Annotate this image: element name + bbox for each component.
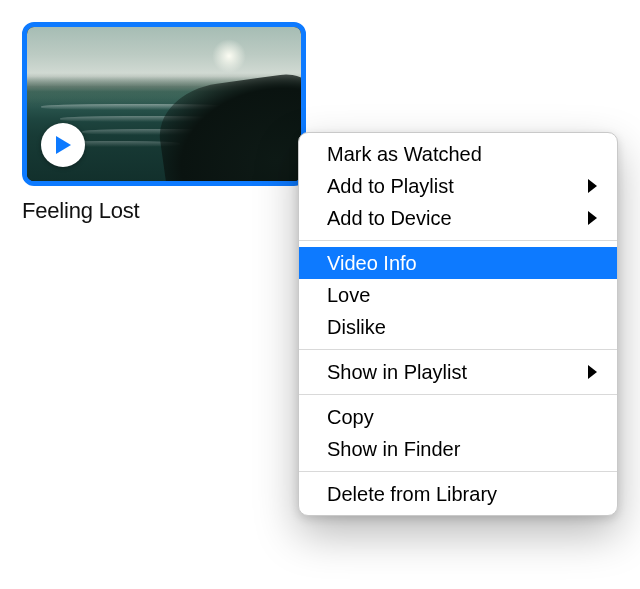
menu-item-add-to-device[interactable]: Add to Device [299,202,617,234]
menu-item-label: Add to Playlist [327,175,576,198]
menu-item-dislike[interactable]: Dislike [299,311,617,343]
video-card[interactable]: Feeling Lost [22,22,306,224]
context-menu: Mark as WatchedAdd to PlaylistAdd to Dev… [298,132,618,516]
menu-item-label: Add to Device [327,207,576,230]
cliff-decoration [153,70,306,186]
menu-item-copy[interactable]: Copy [299,401,617,433]
menu-item-label: Delete from Library [327,483,597,506]
menu-separator [299,471,617,472]
menu-separator [299,394,617,395]
submenu-arrow-icon [588,179,597,193]
menu-item-label: Show in Finder [327,438,597,461]
menu-item-show-in-playlist[interactable]: Show in Playlist [299,356,617,388]
menu-item-label: Dislike [327,316,597,339]
menu-item-label: Love [327,284,597,307]
play-icon [54,135,72,155]
menu-item-mark-as-watched[interactable]: Mark as Watched [299,138,617,170]
menu-item-label: Mark as Watched [327,143,597,166]
menu-separator [299,240,617,241]
video-title: Feeling Lost [22,198,306,224]
play-button[interactable] [41,123,85,167]
video-thumbnail[interactable] [22,22,306,186]
menu-item-label: Video Info [327,252,597,275]
menu-item-label: Copy [327,406,597,429]
submenu-arrow-icon [588,211,597,225]
menu-item-delete-from-library[interactable]: Delete from Library [299,478,617,510]
menu-item-add-to-playlist[interactable]: Add to Playlist [299,170,617,202]
menu-item-show-in-finder[interactable]: Show in Finder [299,433,617,465]
menu-separator [299,349,617,350]
menu-item-love[interactable]: Love [299,279,617,311]
menu-item-label: Show in Playlist [327,361,576,384]
submenu-arrow-icon [588,365,597,379]
menu-item-video-info[interactable]: Video Info [299,247,617,279]
